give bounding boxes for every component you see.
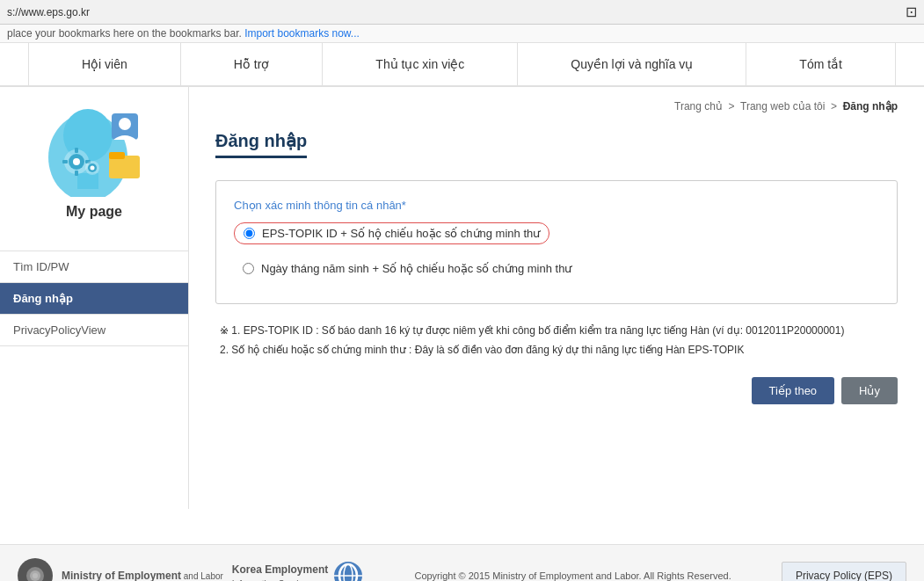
nav-item-ho-tro[interactable]: Hỗ trợ — [181, 43, 324, 85]
sidebar-illustration: My page — [0, 87, 188, 251]
info-text-block: ※ 1. EPS-TOPIK ID : Số báo danh 16 ký tự… — [215, 322, 898, 359]
content-wrapper: My page Tìm ID/PW Đăng nhập PrivacyPolic… — [0, 87, 924, 509]
sidebar-item-tim-id-pw[interactable]: Tìm ID/PW — [0, 251, 188, 283]
main-content: Trang chủ > Trang web của tôi > Đăng nhậ… — [189, 87, 924, 509]
nav-item-quyen-loi[interactable]: Quyền lợi và nghĩa vụ — [518, 43, 746, 85]
footer-privacy-button[interactable]: Privacy Policy (EPS) — [782, 562, 906, 581]
next-button[interactable]: Tiếp theo — [752, 377, 835, 404]
bookmark-text: place your bookmarks here on the bookmar… — [7, 27, 242, 40]
ministry-logo — [18, 558, 53, 581]
svg-rect-6 — [75, 148, 78, 153]
nav-item-hoi-vien[interactable]: Hội viên — [28, 43, 181, 85]
sidebar-menu: Tìm ID/PW Đăng nhập PrivacyPolicyView — [0, 251, 188, 346]
svg-point-19 — [33, 573, 38, 578]
page-title: Đăng nhập — [215, 130, 307, 158]
radio-option-1-wrapper: EPS-TOPIK ID + Số hộ chiếu hoặc số chứng… — [234, 222, 879, 251]
footer-org1: Ministry of Employment and Labor — [62, 568, 223, 581]
sidebar-item-privacy-policy[interactable]: PrivacyPolicyView — [0, 315, 188, 346]
breadcrumb-mypage[interactable]: Trang web của tôi — [740, 100, 825, 113]
radio-label-2: Ngày tháng năm sinh + Số hộ chiếu hoặc s… — [261, 262, 571, 275]
footer-org-text: Ministry of Employment and Labor — [62, 568, 223, 581]
svg-rect-16 — [109, 152, 125, 159]
browser-bar: s://www.eps.go.kr ⊡ — [0, 0, 924, 25]
radio-option-2[interactable]: Ngày tháng năm sinh + Số hộ chiếu hoặc s… — [234, 258, 879, 279]
footer-copyright: Copyright © 2015 Ministry of Employment … — [414, 570, 731, 581]
button-row: Tiếp theo Hủy — [215, 377, 898, 404]
import-bookmarks-link[interactable]: Import bookmarks now... — [244, 27, 360, 40]
sidebar-mypage-title: My page — [18, 200, 171, 233]
breadcrumb-home[interactable]: Trang chủ — [674, 100, 723, 113]
footer-keis: Korea Employment Information Service — [232, 561, 364, 582]
breadcrumb: Trang chủ > Trang web của tôi > Đăng nhậ… — [215, 100, 898, 113]
footer-left: Ministry of Employment and Labor Korea E… — [18, 558, 364, 581]
nav-item-tom-tat[interactable]: Tóm tắt — [746, 43, 896, 85]
info-line-1: ※ 1. EPS-TOPIK ID : Số báo danh 16 ký tự… — [220, 322, 893, 341]
mypage-illustration — [37, 105, 151, 197]
ministry-logo-icon — [25, 566, 45, 581]
radio-option-2-wrapper: Ngày tháng năm sinh + Số hộ chiếu hoặc s… — [234, 258, 879, 279]
footer-org2-text: Korea Employment Information Service — [232, 562, 328, 582]
bookmarks-bar: place your bookmarks here on the bookmar… — [0, 25, 924, 43]
footer: Ministry of Employment and Labor Korea E… — [0, 544, 924, 581]
keis-logo-icon — [333, 561, 364, 582]
svg-point-14 — [119, 118, 131, 130]
radio-label-1: EPS-TOPIK ID + Số hộ chiếu hoặc số chứng… — [262, 227, 540, 240]
svg-point-12 — [91, 166, 95, 171]
sidebar: My page Tìm ID/PW Đăng nhập PrivacyPolic… — [0, 87, 189, 509]
svg-rect-2 — [77, 173, 98, 189]
login-box: Chọn xác minh thông tin cá nhân* EPS-TOP… — [215, 180, 898, 304]
nav-item-thu-tuc-xin-viec[interactable]: Thủ tục xin việc — [323, 43, 518, 85]
main-nav: Hội viên Hỗ trợ Thủ tục xin việc Quyền l… — [0, 43, 924, 87]
radio-input-1[interactable] — [244, 228, 255, 239]
browser-icon: ⊡ — [906, 4, 917, 20]
info-line-2: 2. Số hộ chiếu hoặc số chứng minh thư : … — [220, 341, 893, 360]
svg-rect-7 — [75, 171, 78, 176]
cancel-button[interactable]: Hủy — [841, 377, 898, 404]
svg-rect-8 — [62, 160, 68, 163]
svg-point-5 — [73, 158, 80, 165]
radio-option-1[interactable]: EPS-TOPIK ID + Số hộ chiếu hoặc số chứng… — [234, 222, 549, 244]
section-title: Chọn xác minh thông tin cá nhân* — [234, 199, 879, 212]
sidebar-item-dang-nhap[interactable]: Đăng nhập — [0, 283, 188, 315]
url-bar: s://www.eps.go.kr — [7, 6, 90, 18]
breadcrumb-current: Đăng nhập — [843, 100, 898, 113]
radio-input-2[interactable] — [243, 263, 254, 274]
